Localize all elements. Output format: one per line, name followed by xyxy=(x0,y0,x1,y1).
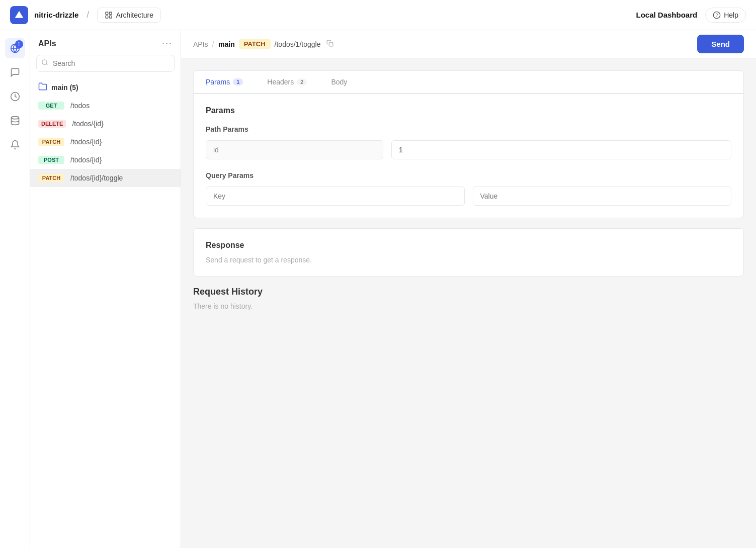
method-badge-delete: DELETE xyxy=(38,120,66,128)
folder-main[interactable]: main (5) xyxy=(30,78,181,97)
svg-rect-1 xyxy=(106,12,108,15)
params-card: Params 1 Headers 2 Body Params Path Para… xyxy=(193,70,744,218)
svg-point-10 xyxy=(11,117,19,119)
folder-icon xyxy=(38,82,47,93)
bc-method: PATCH xyxy=(239,39,271,49)
svg-rect-13 xyxy=(329,42,333,46)
tab-params-label: Params xyxy=(206,78,230,86)
svg-marker-0 xyxy=(15,11,24,18)
sidebar-icon-chat[interactable] xyxy=(5,62,25,82)
svg-rect-2 xyxy=(110,12,112,15)
header-right: Local Dashboard ? Help xyxy=(636,8,746,23)
tabs-bar: Params 1 Headers 2 Body xyxy=(194,71,743,94)
api-path-patch-todos-id: /todos/{id} xyxy=(70,138,102,146)
search-box xyxy=(36,55,175,72)
content-area: Params 1 Headers 2 Body Params Path Para… xyxy=(181,58,756,334)
api-item-delete-todos-id[interactable]: DELETE /todos/{id} xyxy=(30,115,181,133)
query-value-input[interactable] xyxy=(473,187,732,206)
sidebar-icon-globe[interactable]: 1 xyxy=(5,38,25,58)
path-param-key: id xyxy=(206,140,383,159)
params-body: Params Path Params id Query Params xyxy=(194,94,743,218)
tab-body[interactable]: Body xyxy=(319,71,359,94)
architecture-button[interactable]: Architecture xyxy=(97,8,161,23)
api-item-get-todos[interactable]: GET /todos xyxy=(30,97,181,115)
api-path-get-todos: /todos xyxy=(70,102,90,110)
breadcrumb-bar: APIs / main PATCH /todos/1/toggle Send xyxy=(181,30,756,58)
bc-path: /todos/1/toggle xyxy=(275,40,321,48)
clock-icon xyxy=(10,92,20,102)
app-header: nitric-drizzle / Architecture Local Dash… xyxy=(0,0,756,30)
send-button[interactable]: Send xyxy=(697,35,744,53)
query-params-title: Query Params xyxy=(206,171,731,179)
api-item-post-todos-id[interactable]: POST /todos/{id} xyxy=(30,151,181,169)
project-name: nitric-drizzle xyxy=(34,11,78,19)
tab-params-badge: 1 xyxy=(233,78,243,85)
api-item-patch-toggle[interactable]: PATCH /todos/{id}/toggle xyxy=(30,169,181,187)
svg-line-12 xyxy=(46,64,48,65)
sidebar-icon-clock[interactable] xyxy=(5,86,25,107)
logo xyxy=(10,6,28,24)
history-section: Request History There is no history. xyxy=(193,287,744,322)
query-key-input[interactable] xyxy=(206,187,465,206)
response-title: Response xyxy=(206,241,731,250)
api-path-post-todos-id: /todos/{id} xyxy=(70,156,102,164)
main-content: APIs / main PATCH /todos/1/toggle Send P… xyxy=(181,30,756,548)
bc-apis[interactable]: APIs xyxy=(193,40,208,48)
method-badge-post: POST xyxy=(38,156,64,164)
search-input[interactable] xyxy=(36,55,175,72)
sidebar-icon-database[interactable] xyxy=(5,111,25,131)
logo-icon xyxy=(14,10,24,20)
path-params-row: id xyxy=(206,140,731,159)
help-button[interactable]: ? Help xyxy=(705,8,746,23)
svg-rect-4 xyxy=(110,16,112,18)
help-label: Help xyxy=(724,11,738,19)
folder-label: main (5) xyxy=(51,83,78,92)
svg-point-11 xyxy=(42,60,47,64)
api-path-patch-toggle: /todos/{id}/toggle xyxy=(70,174,123,182)
search-icon xyxy=(41,59,48,68)
query-params-row xyxy=(206,187,731,206)
history-title: Request History xyxy=(193,287,744,297)
api-item-patch-todos-id[interactable]: PATCH /todos/{id} xyxy=(30,133,181,151)
apis-title: APIs xyxy=(38,39,56,48)
database-icon xyxy=(10,116,20,126)
local-dashboard-link[interactable]: Local Dashboard xyxy=(636,11,698,19)
api-path-delete-todos-id: /todos/{id} xyxy=(72,120,103,128)
more-button[interactable]: ··· xyxy=(162,38,173,49)
architecture-icon xyxy=(105,11,113,19)
svg-rect-3 xyxy=(106,16,108,18)
path-params-title: Path Params xyxy=(206,125,731,133)
breadcrumb-separator: / xyxy=(87,10,89,20)
tab-headers-label: Headers xyxy=(267,78,294,86)
params-section-title: Params xyxy=(206,106,731,115)
bc-main[interactable]: main xyxy=(218,40,235,48)
path-param-value[interactable] xyxy=(391,140,731,159)
response-card: Response Send a request to get a respons… xyxy=(193,228,744,277)
chat-icon xyxy=(10,67,20,77)
icon-sidebar: 1 xyxy=(0,30,30,548)
method-badge-get: GET xyxy=(38,102,64,110)
history-empty: There is no history. xyxy=(193,302,744,310)
copy-icon[interactable] xyxy=(326,40,333,49)
tab-headers[interactable]: Headers 2 xyxy=(255,71,319,94)
bell-icon xyxy=(10,140,20,150)
tab-body-label: Body xyxy=(331,78,347,86)
sidebar-icon-bell[interactable] xyxy=(5,135,25,155)
breadcrumb: APIs / main PATCH /todos/1/toggle xyxy=(193,39,333,49)
method-badge-patch-2: PATCH xyxy=(38,174,64,182)
main-layout: 1 APIs ··· main (5) xyxy=(0,30,756,548)
method-badge-patch-1: PATCH xyxy=(38,138,64,146)
globe-badge: 1 xyxy=(15,40,23,48)
header-left: nitric-drizzle / Architecture xyxy=(10,6,161,24)
architecture-label: Architecture xyxy=(116,11,153,19)
apis-sidebar: APIs ··· main (5) GET /todos DELETE /tod… xyxy=(30,30,181,548)
svg-text:?: ? xyxy=(716,13,718,18)
tab-params[interactable]: Params 1 xyxy=(194,71,255,94)
response-placeholder: Send a request to get a response. xyxy=(206,256,731,264)
apis-sidebar-header: APIs ··· xyxy=(30,38,181,55)
help-icon: ? xyxy=(713,11,721,19)
tab-headers-badge: 2 xyxy=(297,78,307,85)
